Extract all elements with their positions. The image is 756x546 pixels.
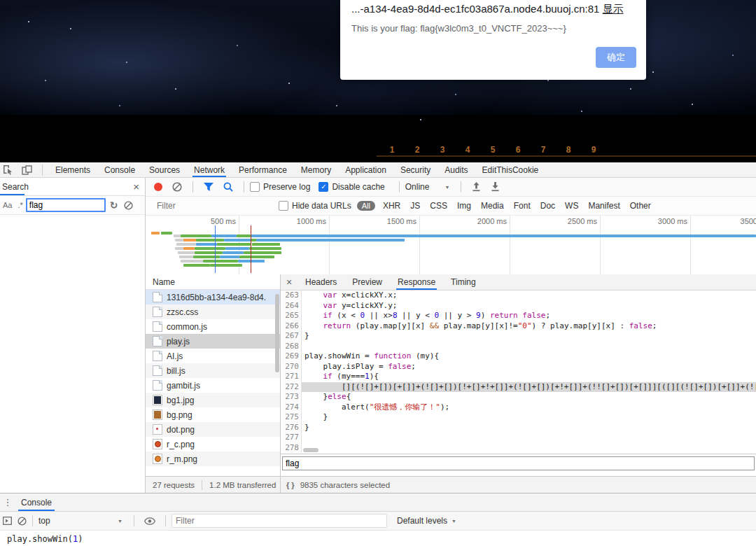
timeline-tick: 1500 ms xyxy=(330,216,420,274)
tab-network[interactable]: Network xyxy=(187,162,232,177)
tab-elements[interactable]: Elements xyxy=(48,162,97,177)
fold xyxy=(159,307,162,310)
request-row[interactable]: zzsc.css xyxy=(146,304,280,319)
inspect-element-icon[interactable] xyxy=(3,164,13,175)
response-code-viewer[interactable]: 263 var x=clickXY.x;264 var y=clickXY.y;… xyxy=(281,290,756,454)
tab-sources[interactable]: Sources xyxy=(142,162,187,177)
filter-type-js[interactable]: JS xyxy=(410,201,420,211)
response-tab-timing[interactable]: Timing xyxy=(443,274,484,290)
filter-type-ws[interactable]: WS xyxy=(565,201,578,211)
request-row[interactable]: bg1.jpg xyxy=(146,393,280,407)
device-toolbar-icon[interactable] xyxy=(22,165,32,175)
drawer-menu-icon[interactable]: ⋮ xyxy=(0,497,15,507)
line-number: 271 xyxy=(281,372,302,382)
filter-type-doc[interactable]: Doc xyxy=(540,201,555,211)
network-overview[interactable]: 500 ms1000 ms1500 ms2000 ms2500 ms3000 m… xyxy=(146,216,756,275)
search-close-icon[interactable]: × xyxy=(133,181,139,192)
response-tab-response[interactable]: Response xyxy=(390,274,443,290)
tab-security[interactable]: Security xyxy=(393,162,438,177)
disable-cache-checkbox[interactable]: ✓ xyxy=(318,182,328,192)
waterfall-bar xyxy=(183,264,210,267)
clear-console-icon[interactable] xyxy=(18,517,27,526)
request-row[interactable]: gambit.js xyxy=(146,378,280,393)
code-horizontal-scrollbar[interactable] xyxy=(303,448,318,452)
tab-audits[interactable]: Audits xyxy=(438,162,475,177)
dialog-ok-button[interactable]: 确定 xyxy=(596,47,636,68)
match-case-icon[interactable]: Aa xyxy=(3,201,12,209)
filter-type-css[interactable]: CSS xyxy=(430,201,447,211)
import-har-icon[interactable] xyxy=(472,182,481,192)
console-sidebar-icon[interactable] xyxy=(3,517,12,525)
hide-data-urls-label[interactable]: Hide data URLs xyxy=(292,201,351,211)
tab-console[interactable]: Console xyxy=(97,162,142,177)
name-column-header[interactable]: Name xyxy=(146,274,280,290)
tab-memory[interactable]: Memory xyxy=(294,162,338,177)
clear-icon[interactable] xyxy=(172,182,182,192)
log-levels-select[interactable]: Default levels ▼ xyxy=(397,516,456,526)
waterfall-bar xyxy=(183,239,196,241)
eye-icon[interactable] xyxy=(144,517,155,525)
filter-type-media[interactable]: Media xyxy=(481,201,504,211)
chevron-down-icon: ▼ xyxy=(118,519,122,524)
request-row[interactable]: common.js xyxy=(146,319,280,334)
dom-content-loaded-marker xyxy=(215,225,216,273)
request-row[interactable]: 1316d5bb-a134-4ea9-8d4. xyxy=(146,290,280,304)
line-number: 270 xyxy=(281,362,302,372)
clear-search-icon[interactable] xyxy=(124,201,133,210)
tab-application[interactable]: Application xyxy=(338,162,393,177)
response-tab-preview[interactable]: Preview xyxy=(344,274,390,290)
code-line: 273 }else{ xyxy=(281,392,756,402)
file-image-icon xyxy=(153,395,162,405)
request-row[interactable]: AI.js xyxy=(146,349,280,363)
filter-type-manifest[interactable]: Manifest xyxy=(588,201,620,211)
search-input[interactable] xyxy=(26,198,106,212)
filter-type-img[interactable]: Img xyxy=(457,201,471,211)
board-number: 6 xyxy=(505,145,531,155)
code-text xyxy=(302,342,756,352)
code-line: 266 return (play.map[y][x] && play.map[y… xyxy=(281,321,756,332)
waterfall-bar xyxy=(161,232,172,234)
console-filter-input[interactable] xyxy=(172,514,387,528)
braces-icon[interactable]: { } xyxy=(286,481,295,489)
name-column-scrollbar[interactable] xyxy=(275,294,279,372)
request-row[interactable]: play.js xyxy=(146,334,280,349)
search-icon[interactable] xyxy=(223,182,233,192)
code-line: 278 xyxy=(281,443,756,454)
game-board-column-numbers: 123456789 xyxy=(379,145,606,155)
execution-context-select[interactable]: top ▼ xyxy=(38,516,128,526)
request-row[interactable]: r_c.png xyxy=(146,437,280,451)
tab-editthiscookie[interactable]: EditThisCookie xyxy=(475,162,546,177)
record-icon[interactable] xyxy=(154,183,162,191)
refresh-icon[interactable]: ↻ xyxy=(110,200,118,211)
preserve-log-label[interactable]: Preserve log xyxy=(263,182,310,192)
close-detail-icon[interactable]: × xyxy=(281,276,298,288)
filter-type-other[interactable]: Other xyxy=(630,201,651,211)
tab-console-drawer[interactable]: Console xyxy=(15,493,57,511)
waterfall-bar xyxy=(225,247,249,250)
filter-type-xhr[interactable]: XHR xyxy=(383,201,400,211)
preserve-log-checkbox[interactable] xyxy=(250,182,260,192)
filter-type-font[interactable]: Font xyxy=(514,201,531,211)
file-doc-icon xyxy=(153,351,162,361)
network-filter-input[interactable] xyxy=(155,200,270,211)
request-row[interactable]: bg.png xyxy=(146,407,280,422)
hide-data-urls-checkbox[interactable] xyxy=(279,201,288,211)
console-log-entry[interactable]: play.showWin(1) xyxy=(0,531,756,546)
response-tab-headers[interactable]: Headers xyxy=(298,274,344,290)
throttling-select[interactable]: Online ▼ xyxy=(405,182,450,192)
line-number: 266 xyxy=(281,321,302,332)
export-har-icon[interactable] xyxy=(491,182,500,192)
filter-type-all[interactable]: All xyxy=(357,201,375,211)
waterfall-bar xyxy=(196,243,217,246)
waterfall-bar xyxy=(181,234,211,237)
code-line: 274 alert("很遗憾，你输了！"); xyxy=(281,402,756,413)
regex-icon[interactable]: .* xyxy=(18,201,22,209)
request-row[interactable]: dot.png xyxy=(146,422,280,437)
request-row[interactable]: r_m.png xyxy=(146,451,280,466)
disable-cache-label[interactable]: Disable cache xyxy=(332,182,384,192)
search-panel-title: Search xyxy=(2,178,29,195)
tab-performance[interactable]: Performance xyxy=(232,162,294,177)
request-row[interactable]: bill.js xyxy=(146,363,280,378)
response-search-input[interactable] xyxy=(282,456,755,470)
filter-icon[interactable] xyxy=(204,183,214,191)
